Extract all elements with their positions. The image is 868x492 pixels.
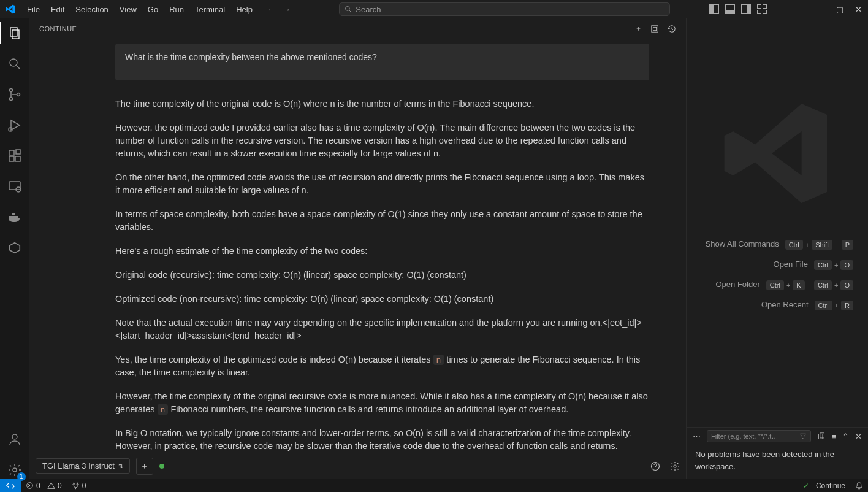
vscode-logo-icon	[5, 4, 16, 15]
svg-line-1	[349, 10, 351, 12]
kbd-show-all: Ctrl+Shift+P	[785, 240, 853, 250]
inline-code: n	[158, 404, 169, 415]
kbd-open-recent: Ctrl+R	[815, 301, 854, 310]
svg-point-23	[13, 468, 17, 472]
svg-marker-21	[9, 243, 20, 253]
activity-explorer-icon[interactable]	[6, 25, 23, 42]
problems-message: No problems have been detected in the wo…	[687, 445, 868, 479]
layout-panel-icon[interactable]	[725, 4, 735, 14]
svg-rect-25	[653, 27, 656, 30]
layout-sidebar-right-icon[interactable]	[741, 4, 751, 14]
model-selector[interactable]: TGI Llama 3 Instruct ⇅	[36, 458, 130, 474]
help-icon[interactable]	[650, 461, 660, 471]
activity-remote-explorer-icon[interactable]	[6, 178, 23, 195]
search-icon	[345, 6, 352, 13]
cmd-open-file: Open File	[774, 259, 808, 270]
kbd-open-folder: Ctrl+K Ctrl+O	[766, 280, 853, 290]
chevron-updown-icon: ⇅	[118, 463, 123, 469]
add-model-button[interactable]: ＋	[136, 458, 153, 475]
assistant-message: The time complexity of the original code…	[115, 98, 661, 453]
menu-run[interactable]: Run	[164, 2, 189, 17]
activity-settings-icon[interactable]: 1	[6, 461, 23, 479]
menu-go[interactable]: Go	[143, 2, 163, 17]
menu-file[interactable]: File	[22, 2, 45, 17]
new-chat-icon[interactable]: ＋	[635, 24, 642, 33]
svg-rect-19	[15, 216, 18, 218]
svg-rect-11	[9, 150, 14, 155]
copy-icon[interactable]	[817, 432, 825, 440]
problems-filter-input[interactable]: Filter (e.g. text, **/*.t…	[707, 430, 811, 442]
menu-help[interactable]: Help	[231, 2, 257, 17]
model-name: TGI Llama 3 Instruct	[42, 461, 115, 471]
gear-icon[interactable]	[670, 461, 680, 471]
window-minimize-icon[interactable]: ―	[817, 5, 826, 14]
svg-point-7	[9, 98, 12, 101]
activity-accounts-icon[interactable]	[6, 431, 23, 448]
inline-code: n	[433, 355, 444, 365]
focus-icon[interactable]	[650, 25, 659, 33]
svg-point-27	[674, 465, 676, 467]
more-icon[interactable]: ⋯	[693, 432, 701, 441]
kbd-open-file: Ctrl+O	[814, 260, 853, 270]
activity-extensions-icon[interactable]	[6, 147, 23, 164]
vscode-watermark-icon	[722, 98, 832, 209]
svg-rect-24	[652, 25, 658, 32]
svg-rect-3	[12, 30, 19, 39]
status-errors[interactable]: 0 0	[21, 482, 67, 490]
svg-point-4	[10, 59, 17, 66]
activity-run-debug-icon[interactable]	[6, 117, 23, 134]
cmd-open-recent: Open Recent	[761, 300, 809, 310]
activity-docker-icon[interactable]	[6, 209, 23, 226]
menu-terminal[interactable]: Terminal	[190, 2, 230, 17]
svg-point-8	[17, 93, 20, 96]
command-center-search[interactable]: Search	[339, 2, 670, 16]
menu-selection[interactable]: Selection	[70, 2, 113, 17]
window-close-icon[interactable]: ✕	[853, 5, 863, 14]
svg-rect-20	[12, 213, 15, 215]
svg-line-5	[17, 66, 20, 69]
menu-view[interactable]: View	[115, 2, 142, 17]
status-ports[interactable]: 0	[67, 482, 91, 490]
nav-back-icon[interactable]: ←	[267, 5, 275, 14]
remote-indicator[interactable]	[0, 479, 21, 492]
filter-placeholder: Filter (e.g. text, **/*.t…	[711, 432, 778, 440]
status-notifications-icon[interactable]	[850, 482, 868, 490]
history-icon[interactable]	[668, 25, 676, 33]
svg-rect-12	[9, 156, 14, 161]
menu-edit[interactable]: Edit	[46, 2, 69, 17]
cmd-open-folder: Open Folder	[716, 280, 760, 290]
status-continue[interactable]: ✓ Continue	[798, 482, 850, 490]
svg-rect-2	[10, 28, 17, 36]
activity-search-icon[interactable]	[6, 55, 23, 72]
window-maximize-icon[interactable]: ▢	[835, 5, 845, 14]
layout-customize-icon[interactable]	[757, 4, 767, 14]
user-message: What is the time complexity between the …	[115, 44, 649, 80]
svg-rect-15	[9, 182, 20, 190]
collapse-icon[interactable]: ≡	[831, 432, 836, 441]
svg-rect-14	[16, 150, 20, 154]
layout-sidebar-left-icon[interactable]	[709, 4, 719, 14]
filter-icon[interactable]	[799, 432, 807, 440]
activity-source-control-icon[interactable]	[6, 86, 23, 103]
svg-point-0	[346, 7, 350, 11]
nav-forward-icon[interactable]: →	[283, 5, 291, 14]
svg-rect-18	[12, 216, 15, 218]
chevron-up-icon[interactable]: ⌃	[842, 432, 849, 441]
svg-point-6	[9, 89, 12, 92]
svg-point-22	[12, 434, 17, 439]
cmd-show-all: Show All Commands	[706, 239, 779, 250]
settings-badge: 1	[17, 472, 26, 481]
panel-title: CONTINUE	[39, 25, 77, 33]
close-icon[interactable]: ✕	[855, 432, 862, 441]
svg-rect-17	[9, 216, 12, 218]
svg-rect-13	[15, 156, 20, 161]
status-dot-icon	[159, 464, 164, 469]
search-placeholder: Search	[356, 5, 381, 14]
activity-continue-icon[interactable]	[6, 239, 23, 256]
